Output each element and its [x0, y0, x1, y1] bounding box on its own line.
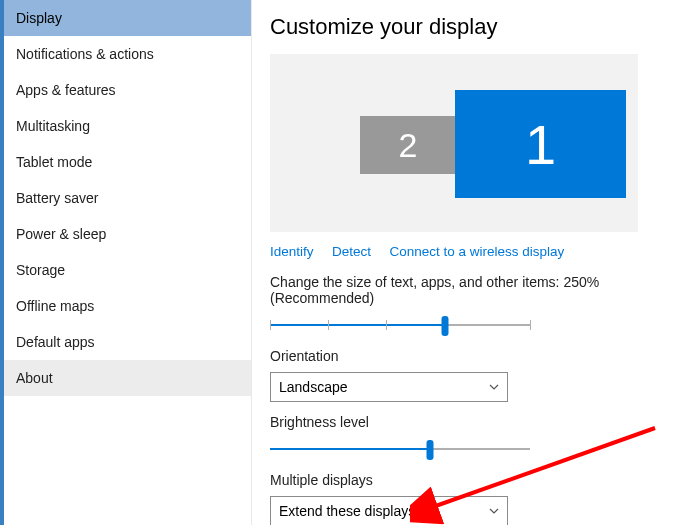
- connect-wireless-link[interactable]: Connect to a wireless display: [389, 244, 564, 259]
- sidebar-item-multitasking[interactable]: Multitasking: [4, 108, 251, 144]
- identify-link[interactable]: Identify: [270, 244, 314, 259]
- monitor-1[interactable]: 1: [455, 90, 626, 198]
- orientation-label: Orientation: [270, 348, 656, 364]
- page-title: Customize your display: [270, 14, 656, 40]
- sidebar-item-battery-saver[interactable]: Battery saver: [4, 180, 251, 216]
- display-links: Identify Detect Connect to a wireless di…: [270, 242, 656, 260]
- display-settings-panel: Customize your display 2 1 Identify Dete…: [252, 0, 674, 525]
- sidebar-item-offline-maps[interactable]: Offline maps: [4, 288, 251, 324]
- chevron-down-icon: [489, 506, 499, 516]
- sidebar-item-display[interactable]: Display: [4, 0, 251, 36]
- sidebar-item-storage[interactable]: Storage: [4, 252, 251, 288]
- brightness-slider-thumb[interactable]: [427, 440, 434, 460]
- orientation-dropdown[interactable]: Landscape: [270, 372, 508, 402]
- chevron-down-icon: [489, 382, 499, 392]
- sidebar-item-tablet-mode[interactable]: Tablet mode: [4, 144, 251, 180]
- orientation-value: Landscape: [279, 379, 348, 395]
- detect-link[interactable]: Detect: [332, 244, 371, 259]
- sidebar-item-notifications[interactable]: Notifications & actions: [4, 36, 251, 72]
- brightness-label: Brightness level: [270, 414, 656, 430]
- multiple-displays-dropdown[interactable]: Extend these displays: [270, 496, 508, 525]
- scaling-slider-thumb[interactable]: [442, 316, 449, 336]
- multiple-displays-value: Extend these displays: [279, 503, 415, 519]
- scaling-slider[interactable]: [270, 314, 530, 338]
- sidebar-item-apps-features[interactable]: Apps & features: [4, 72, 251, 108]
- monitor-2[interactable]: 2: [360, 116, 456, 174]
- sidebar-item-power-sleep[interactable]: Power & sleep: [4, 216, 251, 252]
- scaling-label: Change the size of text, apps, and other…: [270, 274, 656, 306]
- brightness-slider[interactable]: [270, 438, 530, 462]
- sidebar-item-default-apps[interactable]: Default apps: [4, 324, 251, 360]
- sidebar-item-about[interactable]: About: [4, 360, 251, 396]
- multiple-displays-label: Multiple displays: [270, 472, 656, 488]
- settings-sidebar: Display Notifications & actions Apps & f…: [0, 0, 252, 525]
- display-arrangement-preview[interactable]: 2 1: [270, 54, 638, 232]
